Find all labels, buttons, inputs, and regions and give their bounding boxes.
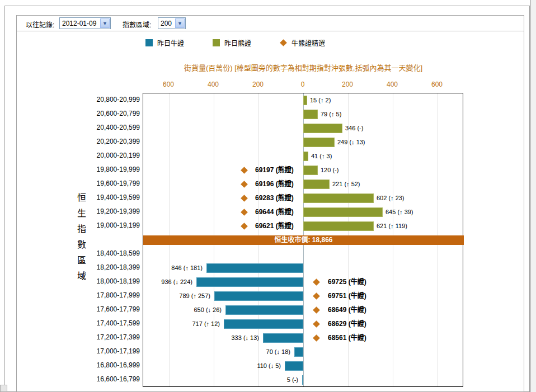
y-axis-label: 17,400-17,599 bbox=[83, 317, 140, 330]
volume-bar bbox=[303, 193, 374, 203]
volume-bar bbox=[206, 263, 303, 273]
plot-area: 15 (↑ 2)79 (↑ 5)346 (-)249 (↓ 13)41 (↑ 3… bbox=[143, 93, 463, 387]
hedge-count-label: 15 (↑ 2) bbox=[310, 93, 331, 107]
volume-bar bbox=[303, 124, 342, 133]
volume-bar bbox=[263, 333, 303, 343]
legend-bull-label: 昨日牛證 bbox=[157, 40, 184, 48]
y-axis-label: 19,000-19,199 bbox=[83, 219, 140, 233]
cbbc-diamond-icon bbox=[241, 209, 248, 216]
hedge-count-label: 936 (↓ 224) bbox=[161, 275, 192, 289]
volume-bar bbox=[303, 207, 383, 217]
cbbc-diamond-icon bbox=[241, 167, 248, 174]
y-axis-label: 18,200-18,399 bbox=[83, 261, 140, 275]
hedge-count-label: 621 (↑ 119) bbox=[377, 219, 407, 233]
y-axis-label: 16,600-16,799 bbox=[83, 372, 140, 386]
hedge-count-label: 645 (↑ 39) bbox=[385, 205, 413, 219]
cbbc-diamond-icon bbox=[313, 292, 320, 300]
hedge-count-label: 846 (↑ 181) bbox=[171, 261, 203, 275]
hedge-count-label: 41 (↑ 3) bbox=[311, 149, 332, 163]
hedge-count-label: 70 (↓ 18) bbox=[266, 345, 290, 359]
x-axis-tick: 200 bbox=[252, 81, 264, 88]
volume-bar bbox=[303, 180, 330, 189]
cbbc-diamond-icon bbox=[313, 306, 320, 314]
hedge-count-label: 333 (↓ 13) bbox=[231, 331, 259, 345]
cbbc-diamond-icon bbox=[241, 223, 248, 230]
page: 以往記錄: 2012-01-09 ▼ 指數區域: 200 ▼ 昨日牛證 昨日熊證… bbox=[0, 0, 536, 392]
y-axis-label: 17,600-17,799 bbox=[83, 303, 140, 317]
close-price-band: 恒生收市價: 18,866 bbox=[143, 235, 464, 245]
hedge-count-label: 650 (↓ 26) bbox=[194, 303, 222, 317]
cbbc-code-label: 69283 (熊證) bbox=[255, 191, 294, 205]
volume-bar bbox=[214, 291, 303, 301]
volume-bar bbox=[303, 110, 318, 119]
hedge-count-label: 120 (-) bbox=[321, 163, 338, 177]
chevron-down-icon[interactable]: ▼ bbox=[175, 18, 185, 28]
cbbc-code-label: 69621 (熊證) bbox=[255, 219, 294, 233]
y-axis-label: 18,000-18,199 bbox=[83, 275, 140, 289]
x-axis-tick: 200 bbox=[342, 81, 353, 88]
x-axis-tick: 600 bbox=[431, 81, 443, 88]
legend-bull-swatch-icon bbox=[145, 39, 153, 46]
hedge-count-label: 79 (↑ 5) bbox=[321, 107, 341, 121]
y-axis-label: 19,400-19,599 bbox=[83, 191, 140, 205]
volume-bar bbox=[303, 152, 308, 161]
hedge-count-label: 249 (↓ 13) bbox=[337, 135, 365, 149]
x-axis-tick: 0 bbox=[301, 81, 305, 88]
x-axis-tick: 400 bbox=[208, 81, 219, 88]
y-axis-label: 16,800-16,999 bbox=[83, 358, 140, 372]
cbbc-code-label: 69751 (牛證) bbox=[328, 289, 366, 303]
hedge-count-label: 5 (-) bbox=[287, 373, 298, 387]
x-axis-tick: 400 bbox=[387, 81, 398, 88]
volume-bar bbox=[302, 375, 303, 385]
index-zone-value: 200 bbox=[161, 20, 172, 27]
hedge-count-label: 221 (↑ 52) bbox=[332, 177, 360, 191]
zone-label: 指數區域: bbox=[123, 20, 151, 29]
y-axis-label: 19,600-19,799 bbox=[83, 177, 140, 191]
hedge-count-label: 789 (↑ 257) bbox=[179, 289, 210, 303]
y-axis-label: 18,400-18,599 bbox=[83, 247, 140, 261]
cbbc-code-label: 69644 (熊證) bbox=[255, 205, 294, 219]
hedge-count-label: 346 (-) bbox=[345, 121, 363, 135]
hedge-count-label: 602 (↑ 23) bbox=[377, 191, 405, 205]
x-axis-tick: 600 bbox=[163, 81, 174, 88]
scrollbar-track[interactable] bbox=[530, 0, 536, 392]
chart-title: 街貨量(百萬份) [棒型圖旁的數字為相對期指對沖張數,括弧內為其一天變化] bbox=[184, 62, 422, 73]
cbbc-diamond-icon bbox=[313, 334, 320, 342]
history-label: 以往記錄: bbox=[26, 20, 54, 29]
hedge-count-label: 110 (↓ 5) bbox=[257, 359, 281, 373]
y-axis-label: 19,200-19,399 bbox=[83, 205, 140, 219]
volume-bar bbox=[225, 305, 303, 315]
cbbc-code-label: 69197 (熊證) bbox=[255, 163, 294, 177]
cbbc-code-label: 69725 (牛證) bbox=[328, 275, 366, 289]
legend-bear-swatch-icon bbox=[213, 39, 220, 46]
cbbc-diamond-icon bbox=[313, 320, 320, 328]
y-axis-label: 20,000-20,199 bbox=[83, 149, 140, 163]
volume-bar bbox=[303, 138, 335, 147]
y-axis-label: 17,800-17,999 bbox=[83, 289, 140, 303]
cbbc-diamond-icon bbox=[241, 181, 248, 188]
cbbc-code-label: 69196 (熊證) bbox=[255, 177, 294, 191]
volume-bar bbox=[303, 96, 307, 105]
volume-bar bbox=[303, 166, 318, 175]
volume-bar bbox=[196, 277, 303, 287]
volume-bar bbox=[303, 221, 374, 231]
cbbc-code-label: 68649 (牛證) bbox=[328, 303, 366, 317]
chevron-down-icon[interactable]: ▼ bbox=[100, 18, 110, 28]
controls-bar: 以往記錄: 2012-01-09 ▼ 指數區域: 200 ▼ bbox=[17, 16, 524, 31]
y-axis-label: 20,600-20,799 bbox=[83, 107, 140, 121]
volume-bar bbox=[285, 361, 303, 371]
y-axis-label: 20,200-20,399 bbox=[83, 135, 140, 149]
y-axis-label: 19,800-19,999 bbox=[83, 163, 140, 177]
cbbc-code-label: 68629 (牛證) bbox=[328, 317, 366, 331]
legend-bear-label: 昨日熊證 bbox=[224, 40, 251, 48]
volume-bar bbox=[294, 347, 303, 357]
cbbc-diamond-icon bbox=[313, 278, 320, 286]
history-date-select[interactable]: 2012-01-09 ▼ bbox=[59, 17, 111, 29]
y-axis-label: 17,200-17,399 bbox=[83, 330, 140, 344]
legend-cbbc-label: 牛熊證精選 bbox=[291, 40, 325, 48]
cbbc-diamond-icon bbox=[241, 195, 248, 202]
scrollbar-corner bbox=[0, 385, 7, 392]
history-date-value: 2012-01-09 bbox=[62, 20, 96, 27]
index-zone-select[interactable]: 200 ▼ bbox=[158, 17, 186, 29]
hedge-count-label: 717 (↑ 12) bbox=[192, 317, 220, 331]
